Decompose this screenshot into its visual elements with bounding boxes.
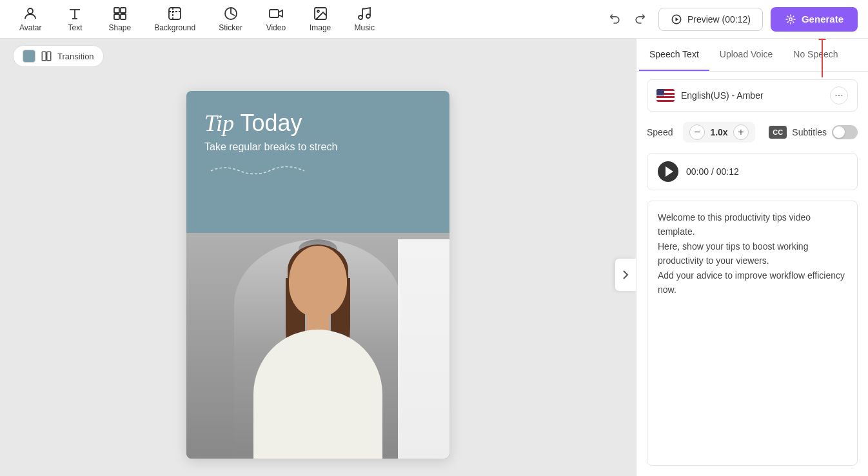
svg-point-13 [359, 15, 362, 19]
voice-more-button[interactable]: ··· [830, 86, 848, 104]
svg-rect-5 [121, 8, 126, 13]
text-label: Text [68, 23, 82, 32]
speed-row: Speed − 1.0x + CC Subtitles [647, 122, 858, 143]
toolbar-item-image[interactable]: Image [301, 2, 340, 36]
slide-subtitle: Take regular breaks to strech [204, 141, 431, 153]
tab-no-speech[interactable]: No Speech [783, 39, 848, 71]
undo-redo-group [604, 8, 651, 30]
shape-label: Shape [108, 23, 131, 32]
toolbar-item-video[interactable]: Video [257, 2, 295, 36]
canvas-content: Tip Today Take regular breaks to strech [0, 74, 636, 476]
svg-rect-8 [169, 8, 181, 19]
toggle-knob [833, 126, 845, 138]
text-icon [67, 6, 83, 21]
play-button[interactable] [658, 161, 678, 182]
sticker-icon [223, 6, 239, 21]
playback-row: 00:00 / 00:12 [647, 153, 858, 190]
preview-icon [671, 14, 682, 25]
toolbar-item-music[interactable]: Music [345, 2, 384, 36]
avatar-icon [23, 6, 38, 21]
svg-rect-7 [121, 14, 126, 19]
speed-controls: − 1.0x + [683, 122, 755, 143]
avatar-area [186, 233, 449, 459]
doodle-decoration [204, 162, 308, 175]
avatar-label: Avatar [19, 23, 41, 32]
image-icon [313, 6, 328, 21]
redo-button[interactable] [629, 8, 651, 30]
transition-button[interactable]: Transition [13, 45, 104, 67]
transition-color-preview [23, 50, 35, 63]
slide-text-area: Tip Today Take regular breaks to strech [186, 91, 449, 184]
transition-bar: Transition [0, 39, 636, 74]
ellipsis-icon: ··· [834, 90, 843, 101]
avatar-figure [234, 239, 402, 459]
voice-selector[interactable]: English(US) - Amber ··· [647, 79, 858, 112]
toolbar-item-avatar[interactable]: Avatar [10, 2, 50, 36]
generate-label: Generate [802, 14, 843, 25]
cc-icon: CC [769, 126, 787, 139]
toolbar: Avatar Text Shape Backg [0, 0, 868, 39]
toolbar-item-sticker[interactable]: Sticker [210, 2, 252, 36]
image-label: Image [310, 23, 331, 32]
svg-marker-16 [675, 17, 678, 21]
video-label: Video [266, 23, 286, 32]
toolbar-item-background[interactable]: Background [145, 2, 204, 36]
background-label: Background [154, 23, 195, 32]
music-icon [357, 6, 372, 21]
play-icon [666, 166, 673, 177]
tip-normal: Today [234, 110, 302, 136]
script-content: Welcome to this productivity tips video … [658, 212, 845, 295]
speed-label: Speed [647, 127, 678, 137]
generate-icon [785, 14, 796, 25]
tab-upload-voice[interactable]: Upload Voice [709, 39, 784, 71]
svg-rect-4 [114, 8, 119, 13]
flag-canton [656, 89, 664, 95]
sticker-label: Sticker [219, 23, 242, 32]
tab-speech-text[interactable]: Speech Text [639, 39, 709, 71]
canvas-expand-arrow[interactable] [615, 259, 636, 291]
svg-rect-6 [114, 14, 119, 19]
video-card[interactable]: Tip Today Take regular breaks to strech [186, 91, 449, 459]
transition-label: Transition [57, 52, 94, 61]
subtitle-section: CC Subtitles [769, 125, 858, 139]
subtitles-toggle[interactable] [832, 125, 858, 139]
voice-name-label: English(US) - Amber [681, 90, 824, 101]
flag-us-icon [656, 89, 675, 102]
slide-title: Tip Today [204, 109, 431, 137]
svg-point-17 [789, 17, 793, 21]
generate-button[interactable]: Generate [771, 7, 858, 32]
white-card-overlay [398, 239, 449, 459]
transition-icon [41, 50, 52, 62]
speech-tabs: Speech Text Upload Voice No Speech [636, 39, 868, 72]
speed-increase-button[interactable]: + [733, 124, 749, 140]
background-icon [167, 6, 182, 21]
speed-decrease-button[interactable]: − [689, 124, 705, 140]
svg-rect-10 [270, 10, 279, 17]
script-text-area[interactable]: Welcome to this productivity tips video … [647, 201, 858, 466]
speed-value: 1.0x [709, 127, 729, 137]
playback-time: 00:00 / 00:12 [686, 166, 739, 177]
undo-button[interactable] [604, 8, 626, 30]
svg-point-12 [317, 10, 319, 12]
subtitles-label: Subtitles [792, 127, 827, 137]
video-icon [268, 6, 284, 21]
svg-rect-18 [42, 52, 46, 61]
music-label: Music [355, 23, 375, 32]
preview-button[interactable]: Preview (00:12) [658, 8, 763, 31]
svg-rect-19 [47, 52, 51, 61]
toolbar-item-text[interactable]: Text [55, 2, 94, 36]
main-area: Transition Tip Today Take regular breaks… [0, 39, 868, 476]
right-panel: Speech Text Upload Voice No Speech Engli… [636, 39, 868, 476]
avatar-head [289, 246, 347, 317]
tip-italic: Tip [204, 110, 234, 136]
preview-label: Preview (00:12) [687, 14, 751, 25]
svg-point-0 [28, 8, 33, 14]
indicator-arrow [822, 39, 823, 77]
canvas-area: Transition Tip Today Take regular breaks… [0, 39, 636, 476]
toolbar-item-shape[interactable]: Shape [99, 2, 140, 36]
toolbar-actions: Preview (00:12) Generate [604, 7, 858, 32]
svg-point-14 [366, 14, 370, 18]
avatar-body [253, 330, 382, 459]
shape-icon [112, 6, 128, 21]
